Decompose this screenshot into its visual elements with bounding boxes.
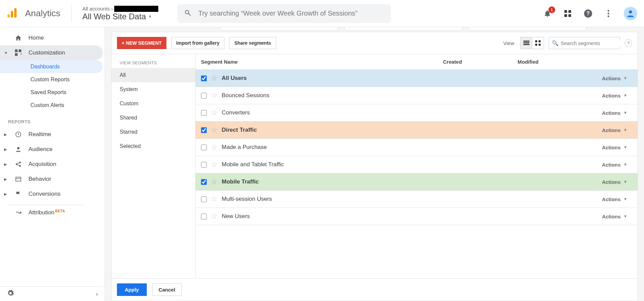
row-actions[interactable]: Actions▼ [587,179,638,185]
star-icon[interactable]: ☆ [211,195,218,203]
row-checkbox[interactable] [201,93,207,99]
behavior-icon [14,176,22,182]
row-actions[interactable]: Actions▼ [587,214,638,219]
star-icon[interactable]: ☆ [211,160,218,169]
row-actions[interactable]: Actions▼ [587,127,638,133]
share-segments-button[interactable]: Share segments [229,37,276,49]
segment-category-selected[interactable]: Selected [112,139,195,153]
nav-attribution[interactable]: AttributionBETA [0,205,103,220]
svg-point-23 [20,212,21,213]
nav-realtime[interactable]: ▶ Realtime [0,127,103,142]
nav-customization[interactable]: ▼ + Customization [0,45,103,60]
segment-footer: Apply Cancel [112,278,638,301]
global-search-input[interactable] [198,9,384,17]
row-checkbox[interactable] [201,145,207,150]
expand-icon: ▶ [4,177,8,181]
new-segment-button[interactable]: + NEW SEGMENT [117,37,166,49]
star-icon[interactable]: ☆ [211,126,218,134]
account-avatar[interactable] [624,7,637,20]
star-icon[interactable]: ☆ [211,91,218,100]
nav-saved-reports[interactable]: Saved Reports [0,86,103,99]
table-row[interactable]: ☆All UsersActions▼ [196,70,638,87]
segment-help-button[interactable]: ? [625,39,632,47]
row-actions[interactable]: Actions▼ [587,162,638,168]
table-row[interactable]: ☆ConvertersActions▼ [196,104,638,122]
nav-dashboards[interactable]: Dashboards [0,60,103,73]
clock-icon [14,131,22,138]
table-row[interactable]: ☆Direct TrafficActions▼ [196,122,638,139]
svg-point-12 [629,10,632,13]
apps-grid-icon[interactable] [563,8,573,19]
row-actions[interactable]: Actions▼ [587,110,638,116]
row-actions[interactable]: Actions▼ [587,93,638,99]
segment-toolbar: + NEW SEGMENT Import from gallery Share … [112,32,638,54]
view-list-button[interactable] [521,37,532,49]
view-grid-button[interactable] [532,37,544,49]
table-row[interactable]: ☆Mobile and Tablet TrafficActions▼ [196,156,638,173]
col-modified[interactable]: Modified [512,54,587,69]
person-icon [14,146,22,153]
nav-home[interactable]: Home [0,30,103,45]
account-picker[interactable]: All accounts › All Web Site Data ▼ [82,6,158,21]
star-icon[interactable]: ☆ [211,212,218,221]
chevron-right-icon: › [111,6,113,12]
attribution-icon [14,209,22,216]
row-checkbox[interactable] [201,76,207,81]
row-checkbox[interactable] [201,214,207,219]
table-row[interactable]: ☆Made a PurchaseActions▼ [196,139,638,156]
row-actions[interactable]: Actions▼ [587,196,638,202]
row-actions[interactable]: Actions▼ [587,145,638,150]
nav-audience[interactable]: ▶ Audience [0,142,103,157]
segment-category-system[interactable]: System [112,82,195,96]
breadcrumb-prefix: All accounts [82,6,110,12]
expand-icon: ▼ [4,51,8,55]
notification-badge: 1 [548,6,555,13]
table-row[interactable]: ☆Multi-session UsersActions▼ [196,191,638,208]
cancel-button[interactable]: Cancel [152,283,182,296]
notifications-button[interactable]: 1 [542,8,552,19]
col-name[interactable]: Segment Name [196,54,438,69]
segment-table-header: Segment Name Created Modified [196,54,638,70]
help-icon[interactable]: ? [583,8,593,19]
segment-categories: VIEW SEGMENTS AllSystemCustomSharedStarr… [112,54,196,278]
more-vert-icon[interactable] [603,8,613,19]
logo[interactable]: Analytics [3,7,60,20]
caret-down-icon: ▼ [623,145,627,150]
nav-custom-reports[interactable]: Custom Reports [0,73,103,86]
nav-behavior[interactable]: ▶ Behavior [0,172,103,187]
caret-down-icon: ▼ [623,162,627,167]
caret-down-icon: ▼ [623,76,627,81]
segment-search-input[interactable] [561,40,625,46]
global-search[interactable] [177,4,391,23]
segment-category-all[interactable]: All [112,68,195,82]
nav-custom-alerts[interactable]: Custom Alerts [0,99,103,112]
nav-acquisition[interactable]: ▶ Acquisition [0,157,103,172]
segment-name: Mobile and Tablet Traffic [222,161,284,168]
import-gallery-button[interactable]: Import from gallery [171,37,225,49]
segment-category-shared[interactable]: Shared [112,111,195,125]
row-checkbox[interactable] [201,162,207,168]
apply-button[interactable]: Apply [117,283,147,296]
segment-name: Mobile Traffic [222,178,259,185]
col-created[interactable]: Created [438,54,512,69]
admin-gear-icon[interactable] [7,289,14,298]
segment-category-custom[interactable]: Custom [112,96,195,111]
segment-search[interactable]: 🔍 [549,37,620,49]
row-actions[interactable]: Actions▼ [587,76,638,81]
nav-conversions[interactable]: ▶ Conversions [0,187,103,201]
segment-category-starred[interactable]: Starred [112,125,195,139]
table-row[interactable]: ☆Mobile TrafficActions▼ [196,173,638,191]
star-icon[interactable]: ☆ [211,74,218,83]
table-row[interactable]: ☆New UsersActions▼ [196,208,638,225]
row-checkbox[interactable] [201,127,207,133]
caret-down-icon: ▼ [623,93,627,98]
collapse-nav-icon[interactable]: ‹ [96,291,98,298]
expand-icon: ▶ [4,192,8,196]
star-icon[interactable]: ☆ [211,143,218,152]
table-row[interactable]: ☆Bounced SessionsActions▼ [196,87,638,104]
star-icon[interactable]: ☆ [211,177,218,186]
star-icon[interactable]: ☆ [211,108,218,117]
row-checkbox[interactable] [201,179,207,185]
row-checkbox[interactable] [201,196,207,202]
row-checkbox[interactable] [201,110,207,116]
